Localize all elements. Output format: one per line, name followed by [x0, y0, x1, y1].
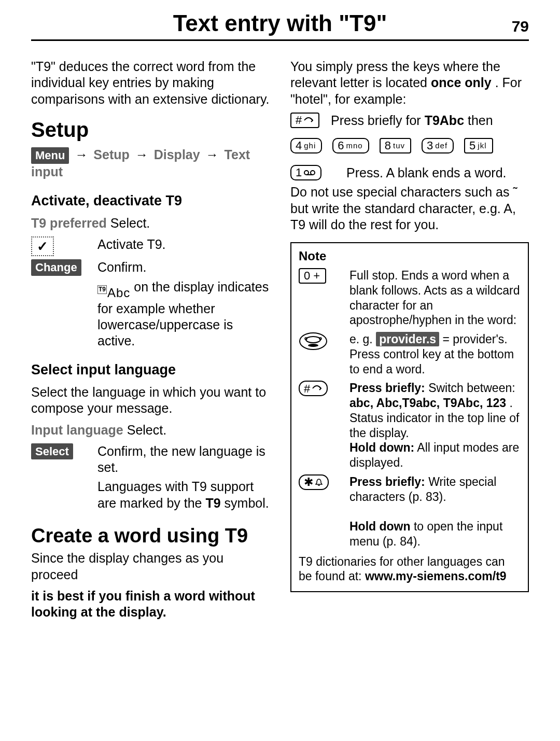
t9abc-bold: T9Abc [425, 113, 464, 128]
note-hash-row: # Press briefly: Switch between: abc, Ab… [299, 381, 521, 470]
phone-key-4: 4ghi [290, 138, 322, 153]
create-p2: it is best if you finish a word without … [31, 588, 270, 621]
confirm-text: Confirm. [97, 259, 270, 275]
arrow-icon: → [133, 147, 150, 162]
create-heading: Create a word using T9 [31, 524, 270, 549]
then: then [468, 113, 493, 128]
eg-prefix: e. g. [349, 332, 376, 346]
activate-text: Activate T9. [97, 236, 270, 253]
phone-key-6: 6mno [332, 138, 369, 153]
t9abc-row: T9Abc on the display indicates for examp… [31, 279, 270, 349]
page-number: 79 [512, 18, 529, 35]
page-title: Text entry with "T9" [173, 10, 387, 36]
hash-row: # Press briefly for T9Abc then [290, 113, 529, 129]
breadcrumb: Menu → Setup → Display → Text input [31, 147, 270, 180]
press-briefly-for: Press briefly for [331, 113, 421, 128]
t9abc-icon: T9Abc [97, 285, 130, 301]
breadcrumb-setup: Setup [93, 147, 129, 162]
lang-para: Select the language in which you want to… [31, 384, 270, 417]
change-row: Change Confirm. [31, 259, 270, 276]
svg-point-1 [311, 171, 315, 175]
right-intro: You simply press the keys where the rele… [290, 59, 529, 107]
note-box: Note 0 + Full stop. Ends a word when a b… [290, 242, 529, 592]
checkbox-icon: ✓ [31, 236, 54, 256]
zero-key-icon: 0 + [299, 268, 326, 284]
note-control-row: e. g. provider.s = provider's. Press con… [299, 332, 521, 376]
select-row: Select Confirm, the new language is set. [31, 443, 270, 476]
note-heading: Note [299, 248, 521, 264]
hash-key-icon: # [290, 113, 319, 128]
svg-point-5 [308, 344, 318, 347]
menu-softkey: Menu [31, 147, 69, 164]
t9-preferred-label: T9 preferred [31, 216, 107, 230]
one-key-row: 1 Press. A blank ends a word. [290, 165, 529, 181]
intro-paragraph: "T9" deduces the correct word from the i… [31, 59, 270, 107]
arrow-icon: → [204, 147, 221, 162]
t9-preferred-line: T9 preferred Select. [31, 215, 270, 231]
note-footer: T9 dictionaries for other languages can … [299, 554, 521, 584]
svg-point-3 [300, 333, 327, 349]
right-intro-bold: once only [431, 75, 492, 90]
activate-row: ✓ Activate T9. [31, 236, 270, 256]
lang-note-row: Languages with T9 support are marked by … [31, 479, 270, 511]
arrow-icon: → [73, 147, 90, 162]
zero-text: Full stop. Ends a word when a blank foll… [349, 268, 521, 328]
phone-key-3: 3def [422, 138, 454, 153]
page-header: Text entry with "T9" 79 [31, 10, 529, 41]
hash-briefly-1: Switch between: [428, 381, 515, 395]
no-special-para: Do not use special characters such as ˜ … [290, 184, 529, 233]
left-column: "T9" deduces the correct word from the i… [31, 59, 270, 625]
input-language-line: Input language Select. [31, 422, 270, 438]
control-key-icon [299, 332, 328, 351]
lang-note-bold: T9 [205, 496, 220, 510]
one-key-icon: 1 [290, 165, 321, 180]
content-columns: "T9" deduces the correct word from the i… [31, 59, 529, 625]
blank-ends-text: Press. A blank ends a word. [346, 165, 529, 181]
select-word-2: Select. [127, 423, 166, 437]
hash-key-icon-2: # [299, 381, 328, 396]
hotel-key-row: 4ghi6mno8tuv3def5jkl [290, 138, 529, 153]
hash-hold-bold: Hold down: [349, 441, 414, 454]
eg-suffix: = provider's. [442, 332, 507, 346]
note-footer-url: www.my-siemens.com/t9 [365, 569, 507, 583]
svg-point-4 [306, 337, 320, 343]
right-column: You simply press the keys where the rele… [290, 59, 529, 625]
lang-note-2: symbol. [225, 496, 269, 510]
confirm-lang-text: Confirm, the new language is set. [97, 443, 270, 476]
hash-briefly-bold: Press briefly: [349, 381, 425, 395]
voicemail-icon [304, 169, 315, 176]
loop-arrow-icon [304, 117, 313, 124]
bell-icon [315, 478, 323, 486]
phone-key-5: 5jkl [464, 138, 493, 153]
setup-heading: Setup [31, 117, 270, 143]
control-key-text: Press control key at the bottom to end a… [349, 347, 521, 377]
star-hold-bold: Hold down [349, 520, 411, 533]
star-key-icon: ✱ [299, 474, 329, 490]
note-zero-row: 0 + Full stop. Ends a word when a blank … [299, 268, 521, 328]
select-word: Select. [110, 216, 150, 230]
provider-box: provider.s [376, 332, 439, 346]
hash-modes: abc, Abc,T9abc, T9Abc, 123 [349, 396, 506, 410]
breadcrumb-display: Display [154, 147, 200, 162]
select-softkey: Select [31, 443, 73, 460]
note-star-row: ✱ Press briefly: Write special character… [299, 474, 521, 549]
phone-key-8: 8tuv [380, 138, 411, 153]
svg-point-0 [304, 171, 309, 175]
lang-heading: Select input language [31, 361, 270, 379]
loop-arrow-icon [312, 385, 321, 392]
activate-heading: Activate, deactivate T9 [31, 192, 270, 210]
input-language-label: Input language [31, 423, 123, 437]
create-p1: Since the display changes as you proceed [31, 550, 270, 583]
star-briefly-bold: Press briefly: [349, 475, 425, 488]
change-softkey: Change [31, 259, 81, 276]
